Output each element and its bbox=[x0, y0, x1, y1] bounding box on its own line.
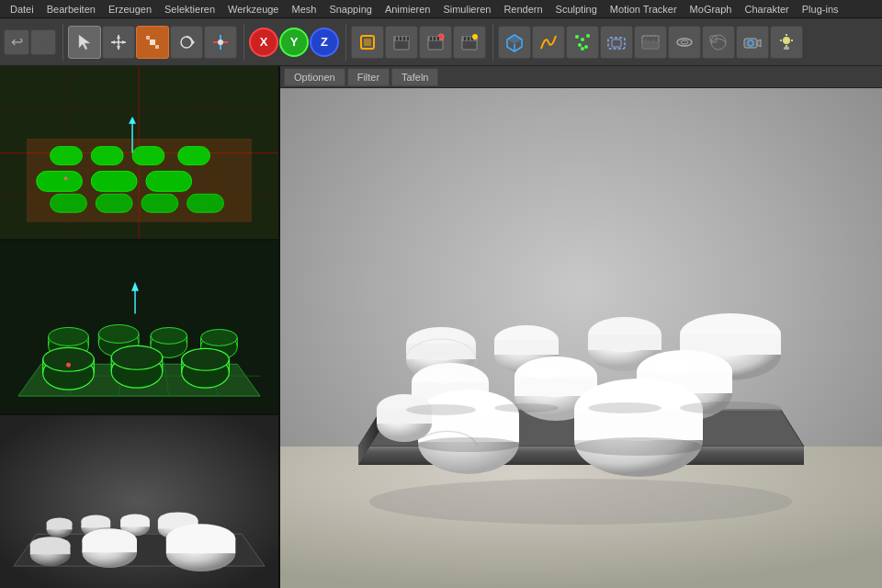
axis-group: X Y Z bbox=[249, 28, 339, 57]
separator-4 bbox=[492, 24, 493, 61]
svg-rect-138 bbox=[30, 545, 71, 554]
svg-marker-0 bbox=[79, 35, 90, 50]
timeline-button[interactable] bbox=[419, 26, 452, 59]
svg-rect-28 bbox=[437, 37, 439, 40]
tab-tafeln[interactable]: Tafeln bbox=[391, 68, 438, 86]
menu-erzeugen[interactable]: Erzeugen bbox=[102, 2, 158, 17]
render-view[interactable] bbox=[280, 88, 882, 588]
viewport-bot-canvas bbox=[0, 415, 278, 588]
svg-rect-162 bbox=[588, 334, 662, 350]
terrain-button[interactable] bbox=[634, 26, 667, 59]
svg-point-82 bbox=[64, 176, 68, 180]
redo-button[interactable]: ↩ bbox=[30, 29, 56, 55]
svg-point-194 bbox=[574, 437, 703, 456]
svg-point-40 bbox=[586, 34, 590, 38]
svg-marker-53 bbox=[757, 40, 761, 47]
axis-z-button[interactable]: Z bbox=[310, 28, 339, 57]
svg-rect-159 bbox=[494, 340, 559, 355]
svg-point-189 bbox=[406, 404, 476, 415]
torus-button[interactable] bbox=[668, 26, 701, 59]
svg-rect-71 bbox=[51, 147, 83, 165]
separator-3 bbox=[345, 24, 346, 61]
main-area: Optionen Filter Tafeln bbox=[0, 66, 882, 588]
svg-rect-73 bbox=[132, 147, 164, 165]
menu-datei[interactable]: Datei bbox=[4, 2, 40, 17]
menu-simulieren[interactable]: Simulieren bbox=[436, 2, 497, 17]
scale-tool-button[interactable] bbox=[136, 26, 169, 59]
settings-gear-button[interactable] bbox=[453, 26, 486, 59]
svg-point-48 bbox=[677, 39, 692, 46]
curve-tool-button[interactable] bbox=[532, 26, 565, 59]
svg-rect-27 bbox=[434, 37, 435, 40]
tab-optionen[interactable]: Optionen bbox=[284, 68, 345, 86]
svg-marker-6 bbox=[122, 40, 126, 44]
svg-rect-9 bbox=[155, 45, 159, 49]
viewport-mid-canvas bbox=[0, 241, 278, 413]
menu-rendern[interactable]: Rendern bbox=[497, 2, 548, 17]
undo-redo-group: ↩ ↩ bbox=[4, 29, 56, 55]
menu-bearbeiten[interactable]: Bearbeiten bbox=[40, 2, 102, 17]
svg-rect-32 bbox=[468, 37, 469, 40]
viewport-bot[interactable] bbox=[0, 415, 278, 588]
menu-werkzeuge[interactable]: Werkzeuge bbox=[221, 2, 285, 17]
viewport-top[interactable] bbox=[0, 66, 278, 241]
svg-point-112 bbox=[111, 345, 163, 369]
svg-rect-79 bbox=[96, 194, 132, 212]
tab-filter[interactable]: Filter bbox=[347, 68, 390, 86]
svg-rect-129 bbox=[81, 521, 110, 527]
svg-marker-36 bbox=[507, 35, 522, 44]
svg-point-39 bbox=[581, 38, 584, 41]
menu-animieren[interactable]: Animieren bbox=[379, 2, 437, 17]
svg-point-190 bbox=[494, 403, 559, 413]
svg-point-116 bbox=[182, 348, 230, 370]
particles-button[interactable] bbox=[566, 26, 599, 59]
menu-selektieren[interactable]: Selektieren bbox=[158, 2, 221, 17]
deformer-button[interactable] bbox=[600, 26, 633, 59]
menu-sculpting[interactable]: Sculpting bbox=[549, 2, 604, 17]
svg-point-193 bbox=[418, 437, 519, 452]
object-mode-button[interactable] bbox=[351, 26, 384, 59]
svg-point-100 bbox=[151, 327, 187, 344]
svg-marker-4 bbox=[117, 46, 120, 50]
light-button[interactable] bbox=[770, 26, 803, 59]
svg-marker-3 bbox=[117, 35, 120, 39]
select-tool-button[interactable] bbox=[68, 26, 101, 59]
svg-rect-72 bbox=[91, 147, 123, 165]
undo-button[interactable]: ↩ bbox=[4, 29, 29, 55]
menu-motion-tracker[interactable]: Motion Tracker bbox=[604, 2, 684, 17]
svg-rect-20 bbox=[400, 37, 401, 40]
svg-rect-7 bbox=[150, 40, 155, 45]
menu-plug-ins[interactable]: Plug-ins bbox=[796, 2, 845, 17]
axis-y-button[interactable]: Y bbox=[279, 28, 309, 57]
svg-rect-76 bbox=[91, 171, 137, 191]
menu-mesh[interactable]: Mesh bbox=[285, 2, 322, 17]
menu-snapping[interactable]: Snapping bbox=[322, 2, 379, 17]
transform-tool-button[interactable] bbox=[204, 26, 237, 59]
svg-point-14 bbox=[218, 40, 223, 45]
svg-point-42 bbox=[584, 45, 588, 49]
menu-charakter[interactable]: Charakter bbox=[738, 2, 795, 17]
axis-x-button[interactable]: X bbox=[249, 28, 278, 57]
move-tool-button[interactable] bbox=[102, 26, 135, 59]
svg-rect-74 bbox=[178, 147, 210, 165]
svg-rect-155 bbox=[406, 344, 476, 359]
svg-rect-132 bbox=[120, 520, 150, 526]
svg-rect-126 bbox=[47, 523, 73, 529]
separator-2 bbox=[243, 24, 244, 61]
menu-mograph[interactable]: MoGraph bbox=[684, 2, 739, 17]
svg-point-108 bbox=[43, 347, 95, 371]
svg-rect-21 bbox=[403, 37, 405, 40]
film-clap-button[interactable] bbox=[385, 26, 418, 59]
render-tools-group bbox=[498, 26, 803, 59]
svg-marker-5 bbox=[111, 40, 115, 44]
svg-point-121 bbox=[66, 363, 71, 368]
render-viewport-canvas bbox=[280, 88, 882, 588]
viewport-mid[interactable] bbox=[0, 241, 278, 415]
material-button[interactable] bbox=[702, 26, 735, 59]
svg-rect-80 bbox=[141, 194, 178, 212]
cube-3d-button[interactable] bbox=[498, 26, 531, 59]
rotate-tool-button[interactable] bbox=[170, 26, 203, 59]
camera-button[interactable] bbox=[736, 26, 769, 59]
svg-point-38 bbox=[575, 35, 579, 39]
svg-marker-11 bbox=[192, 40, 195, 45]
